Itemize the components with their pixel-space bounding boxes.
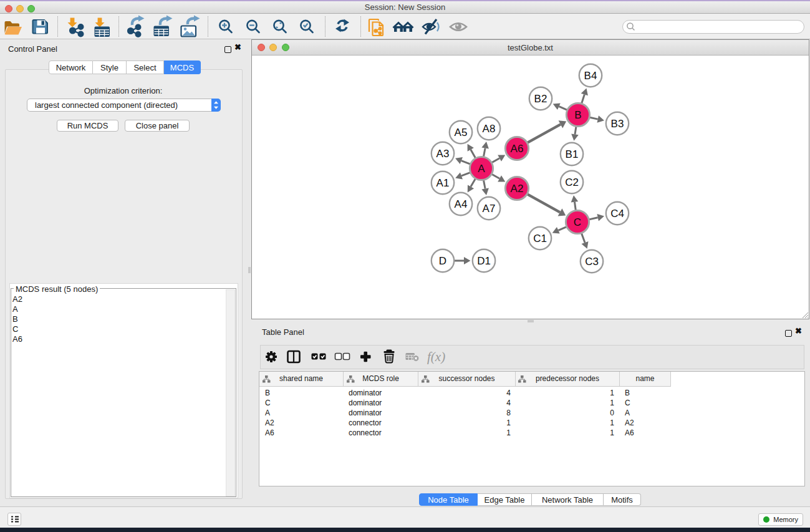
svg-text:B: B [574, 109, 581, 121]
svg-text:A8: A8 [483, 123, 496, 135]
svg-text:B4: B4 [584, 70, 597, 82]
svg-text:D1: D1 [477, 255, 491, 267]
svg-text:C1: C1 [533, 233, 547, 244]
svg-text:f(x): f(x) [427, 349, 445, 364]
svg-text:A5: A5 [455, 127, 468, 138]
svg-text:A3: A3 [436, 148, 450, 160]
svg-text:A2: A2 [511, 183, 524, 195]
svg-text:A4: A4 [455, 198, 468, 210]
svg-text:A7: A7 [483, 203, 496, 215]
svg-text:B1: B1 [566, 148, 579, 160]
svg-text:C2: C2 [565, 177, 579, 188]
svg-text:A1: A1 [436, 177, 450, 189]
svg-text:C4: C4 [610, 208, 624, 220]
svg-text:A: A [478, 163, 485, 175]
svg-text:D: D [439, 255, 446, 267]
svg-text:B2: B2 [534, 93, 547, 105]
svg-text:C3: C3 [585, 256, 599, 268]
svg-text:B3: B3 [611, 118, 624, 130]
svg-text:A6: A6 [511, 143, 524, 155]
svg-text:C: C [574, 216, 581, 228]
